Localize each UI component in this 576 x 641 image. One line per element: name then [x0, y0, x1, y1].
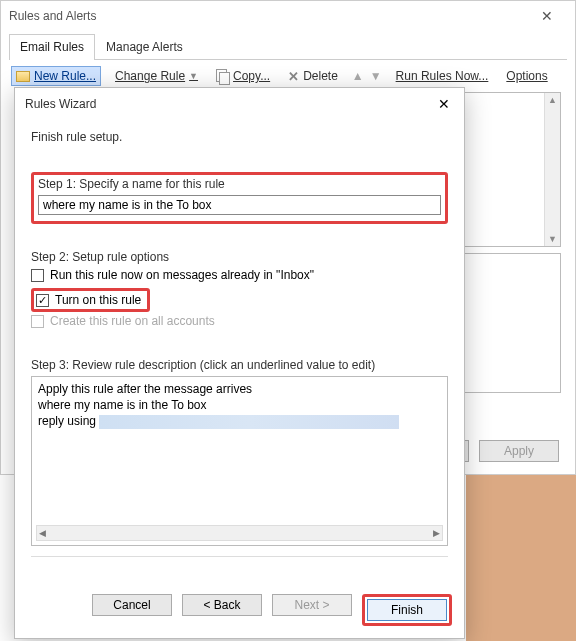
- close-icon[interactable]: ✕: [434, 96, 454, 112]
- desc-line: Apply this rule after the message arrive…: [38, 381, 441, 397]
- options-button[interactable]: Options: [502, 67, 551, 85]
- titlebar: Rules and Alerts ✕: [1, 1, 575, 31]
- rules-wizard-dialog: Rules Wizard ✕ Finish rule setup. Step 1…: [14, 87, 465, 639]
- copy-button[interactable]: Copy...: [212, 67, 274, 85]
- highlight-finish: Finish: [362, 594, 452, 626]
- toolbar: New Rule... Change Rule ▼ Copy... ✕ Dele…: [11, 66, 565, 86]
- window-title: Rules and Alerts: [9, 9, 527, 23]
- new-rule-label: New Rule...: [34, 69, 96, 83]
- change-rule-button[interactable]: Change Rule ▼: [111, 67, 202, 85]
- opt-turn-on-label: Turn on this rule: [55, 293, 141, 307]
- delete-button[interactable]: ✕ Delete: [284, 67, 342, 86]
- opt-turn-on[interactable]: Turn on this rule: [36, 293, 141, 307]
- back-button[interactable]: < Back: [182, 594, 262, 616]
- wizard-titlebar: Rules Wizard ✕: [15, 88, 464, 124]
- cancel-button[interactable]: Cancel: [92, 594, 172, 616]
- separator: [31, 556, 448, 557]
- move-arrows: ▲ ▼: [352, 69, 382, 83]
- tab-strip: Email Rules Manage Alerts: [9, 33, 567, 60]
- step3-label: Step 3: Review rule description (click a…: [31, 358, 448, 372]
- delete-icon: ✕: [288, 69, 299, 84]
- run-rules-now-button[interactable]: Run Rules Now...: [392, 67, 493, 85]
- opt-run-now[interactable]: Run this rule now on messages already in…: [31, 268, 448, 282]
- highlight-step1: Step 1: Specify a name for this rule: [31, 172, 448, 224]
- tab-manage-alerts[interactable]: Manage Alerts: [95, 34, 194, 60]
- next-button: Next >: [272, 594, 352, 616]
- tab-email-rules[interactable]: Email Rules: [9, 34, 95, 60]
- background-accent: [466, 471, 576, 641]
- highlight-turn-on: Turn on this rule: [31, 288, 150, 312]
- step3-group: Step 3: Review rule description (click a…: [31, 358, 448, 546]
- wizard-instruction: Finish rule setup.: [31, 130, 448, 144]
- new-rule-icon: [16, 71, 30, 82]
- step2-label: Step 2: Setup rule options: [31, 250, 448, 264]
- close-icon[interactable]: ✕: [527, 8, 567, 24]
- checkbox-icon: [31, 315, 44, 328]
- opt-run-now-label: Run this rule now on messages already in…: [50, 268, 314, 282]
- checkbox-icon[interactable]: [31, 269, 44, 282]
- wizard-footer: Cancel < Back Next > Finish: [15, 594, 464, 638]
- apply-button: Apply: [479, 440, 559, 462]
- desc-line: where my name is in the To box: [38, 397, 441, 413]
- step1-label: Step 1: Specify a name for this rule: [38, 177, 441, 191]
- scrollbar-vertical[interactable]: [544, 93, 560, 246]
- step2-group: Step 2: Setup rule options Run this rule…: [31, 250, 448, 330]
- copy-icon: [216, 69, 229, 83]
- opt-all-accounts-label: Create this rule on all accounts: [50, 314, 215, 328]
- opt-all-accounts: Create this rule on all accounts: [31, 314, 448, 328]
- checkbox-icon[interactable]: [36, 294, 49, 307]
- redacted-value[interactable]: [99, 415, 399, 429]
- change-rule-label: Change Rule: [115, 69, 185, 83]
- new-rule-button[interactable]: New Rule...: [11, 66, 101, 86]
- move-up-icon[interactable]: ▲: [352, 69, 364, 83]
- chevron-down-icon: ▼: [189, 71, 198, 81]
- delete-label: Delete: [303, 69, 338, 83]
- finish-button[interactable]: Finish: [367, 599, 447, 621]
- desc-line: reply using: [38, 413, 441, 429]
- scrollbar-horizontal[interactable]: ◀▶: [36, 525, 443, 541]
- desc-line-prefix: reply using: [38, 414, 99, 428]
- copy-label: Copy...: [233, 69, 270, 83]
- rule-name-input[interactable]: [38, 195, 441, 215]
- wizard-title: Rules Wizard: [25, 97, 434, 111]
- rule-description-preview[interactable]: Apply this rule after the message arrive…: [31, 376, 448, 546]
- move-down-icon[interactable]: ▼: [370, 69, 382, 83]
